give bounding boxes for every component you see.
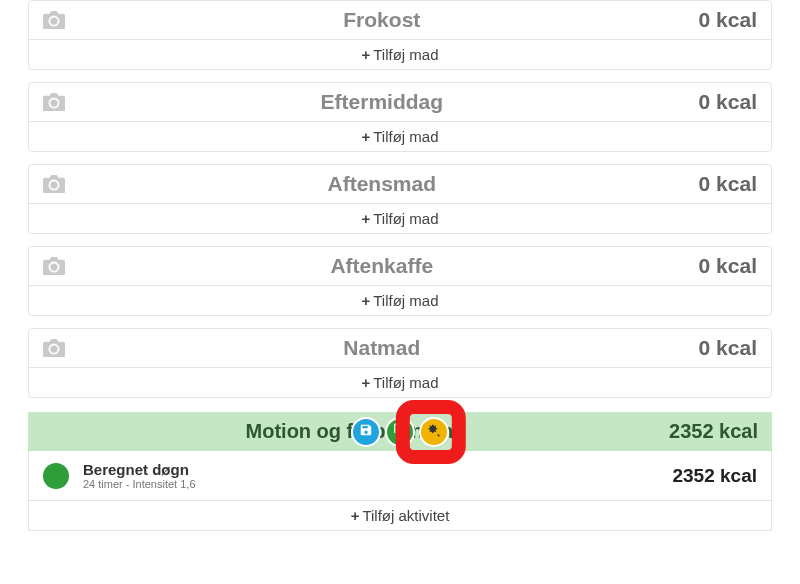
- plus-icon: +: [361, 46, 370, 63]
- plus-icon: +: [361, 292, 370, 309]
- plus-icon: +: [361, 374, 370, 391]
- add-activity-button[interactable]: +Tilføj aktivitet: [28, 501, 772, 531]
- add-food-label: Tilføj mad: [373, 210, 438, 227]
- meal-header-frokost[interactable]: Frokost 0 kcal: [29, 1, 771, 39]
- meal-title: Aftenkaffe: [65, 254, 699, 278]
- meal-card: Eftermiddag 0 kcal +Tilføj mad: [28, 82, 772, 152]
- camera-icon[interactable]: [43, 339, 65, 357]
- plus-icon: +: [361, 128, 370, 145]
- activity-section: Motion og forbrænding 2352 kcal: [28, 412, 772, 531]
- camera-icon[interactable]: [43, 257, 65, 275]
- add-food-label: Tilføj mad: [373, 374, 438, 391]
- activity-header[interactable]: Motion og forbrænding 2352 kcal: [28, 412, 772, 451]
- add-food-label: Tilføj mad: [373, 292, 438, 309]
- activity-item[interactable]: Beregnet døgn 24 timer - Intensitet 1,6 …: [28, 451, 772, 501]
- meal-title: Frokost: [65, 8, 699, 32]
- copy-fab[interactable]: [385, 417, 415, 447]
- add-food-button[interactable]: +Tilføj mad: [29, 285, 771, 315]
- add-food-button[interactable]: +Tilføj mad: [29, 367, 771, 397]
- add-food-button[interactable]: +Tilføj mad: [29, 203, 771, 233]
- save-fab[interactable]: [351, 417, 381, 447]
- add-activity-label: Tilføj aktivitet: [362, 507, 449, 524]
- activity-info: Beregnet døgn 24 timer - Intensitet 1,6: [83, 461, 672, 490]
- meal-card: Aftenkaffe 0 kcal +Tilføj mad: [28, 246, 772, 316]
- meal-title: Natmad: [65, 336, 699, 360]
- meal-card: Frokost 0 kcal +Tilføj mad: [28, 0, 772, 70]
- camera-icon[interactable]: [43, 11, 65, 29]
- add-food-button[interactable]: +Tilføj mad: [29, 39, 771, 69]
- meal-card: Natmad 0 kcal +Tilføj mad: [28, 328, 772, 398]
- add-food-label: Tilføj mad: [373, 46, 438, 63]
- activity-item-kcal: 2352 kcal: [672, 465, 757, 487]
- camera-icon[interactable]: [43, 175, 65, 193]
- meal-title: Aftensmad: [65, 172, 699, 196]
- magic-wand-fab[interactable]: [419, 417, 449, 447]
- magic-wand-icon: [427, 423, 441, 440]
- meal-card: Aftensmad 0 kcal +Tilføj mad: [28, 164, 772, 234]
- copy-icon: [393, 423, 407, 440]
- camera-icon[interactable]: [43, 93, 65, 111]
- meal-kcal: 0 kcal: [699, 8, 757, 32]
- meal-header-aftenkaffe[interactable]: Aftenkaffe 0 kcal: [29, 247, 771, 285]
- meal-kcal: 0 kcal: [699, 254, 757, 278]
- plus-icon: +: [351, 507, 360, 524]
- activity-header-kcal: 2352 kcal: [669, 420, 758, 443]
- activity-color-dot: [43, 463, 69, 489]
- add-food-label: Tilføj mad: [373, 128, 438, 145]
- meal-header-eftermiddag[interactable]: Eftermiddag 0 kcal: [29, 83, 771, 121]
- add-food-button[interactable]: +Tilføj mad: [29, 121, 771, 151]
- fab-group: [351, 417, 449, 447]
- activity-name: Beregnet døgn: [83, 461, 672, 478]
- meal-title: Eftermiddag: [65, 90, 699, 114]
- meal-header-natmad[interactable]: Natmad 0 kcal: [29, 329, 771, 367]
- meal-kcal: 0 kcal: [699, 172, 757, 196]
- plus-icon: +: [361, 210, 370, 227]
- activity-sub: 24 timer - Intensitet 1,6: [83, 478, 672, 490]
- meal-kcal: 0 kcal: [699, 336, 757, 360]
- save-icon: [359, 423, 373, 440]
- meal-header-aftensmad[interactable]: Aftensmad 0 kcal: [29, 165, 771, 203]
- meal-kcal: 0 kcal: [699, 90, 757, 114]
